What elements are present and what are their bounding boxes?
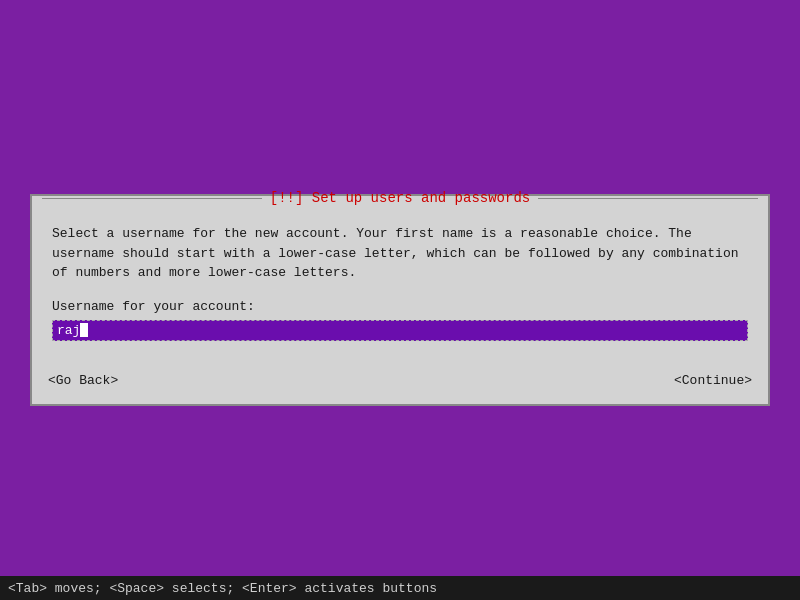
desktop: [!!] Set up users and passwords Select a… (0, 0, 800, 600)
description-line3: of numbers and more lower-case letters. (52, 263, 748, 283)
username-input-display: raj (57, 323, 743, 338)
dialog-title-bar: [!!] Set up users and passwords (32, 186, 768, 210)
dialog-title: [!!] Set up users and passwords (270, 190, 530, 206)
dialog-box: [!!] Set up users and passwords Select a… (30, 194, 770, 406)
dialog-body: Select a username for the new account. Y… (32, 214, 768, 367)
title-line-right (538, 198, 758, 199)
username-label: Username for your account: (52, 299, 748, 314)
go-back-button[interactable]: <Go Back> (42, 371, 124, 390)
text-cursor (80, 323, 88, 337)
statusbar: <Tab> moves; <Space> selects; <Enter> ac… (0, 576, 800, 600)
statusbar-text: <Tab> moves; <Space> selects; <Enter> ac… (8, 581, 437, 596)
button-row: <Go Back> <Continue> (32, 367, 768, 394)
username-value: raj (57, 323, 80, 338)
username-input-container[interactable]: raj (52, 320, 748, 341)
continue-button[interactable]: <Continue> (668, 371, 758, 390)
description-line2: username should start with a lower-case … (52, 244, 748, 264)
description-line1: Select a username for the new account. Y… (52, 224, 748, 244)
title-line-left (42, 198, 262, 199)
description-text: Select a username for the new account. Y… (52, 224, 748, 283)
